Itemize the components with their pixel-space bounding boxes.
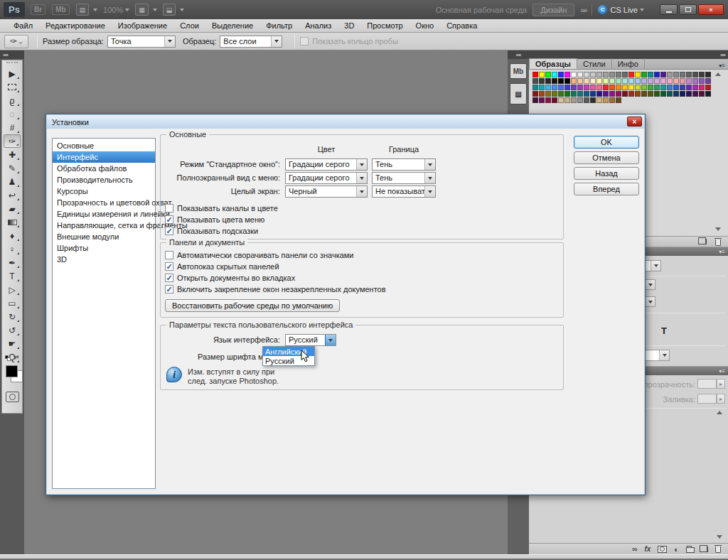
dropdown-arrow-icon[interactable] [356,159,367,170]
swatch-chip[interactable] [545,78,551,84]
screen-mode-icon[interactable]: ⬓ [163,4,176,16]
swatch-chip[interactable] [641,91,647,97]
rectangular-marquee-tool[interactable] [4,80,21,94]
bridge-button[interactable]: Br [31,4,46,15]
standard-window-border-select[interactable]: Тень [372,158,436,171]
swatch-chip[interactable] [577,97,583,103]
swatch-chip[interactable] [654,91,660,97]
swap-colors-icon[interactable]: ⇄ [14,354,19,360]
swatch-chip[interactable] [545,72,551,77]
section-3d[interactable]: 3D [53,254,155,265]
fullscreen-border-select[interactable]: Не показывать [372,185,436,198]
restore-workspaces-button[interactable]: Восстановить рабочие среды по умолчанию [165,299,340,312]
swatch-chip[interactable] [673,78,679,84]
swatch-chip[interactable] [648,85,653,90]
auto-collapse-panels-checkbox[interactable] [165,251,173,259]
brush-tool[interactable]: ✎ [4,161,21,175]
swatch-chip[interactable] [680,78,685,84]
dropdown-arrow-icon[interactable] [356,173,367,183]
cancel-button[interactable]: Отмена [574,151,639,164]
lasso-tool[interactable]: ϱ [4,94,21,107]
swatch-chip[interactable] [552,78,557,84]
swatch-chip[interactable] [590,72,596,77]
standard-window-color-select[interactable]: Градации серого [285,158,368,171]
prev-button[interactable]: Назад [574,167,639,180]
swatch-chip[interactable] [577,78,583,84]
swatch-chip[interactable] [686,85,692,90]
swatch-chip[interactable] [558,85,564,90]
swatch-chip[interactable] [564,72,570,77]
section-type[interactable]: Шрифты [53,242,155,254]
swatch-chip[interactable] [660,78,666,84]
current-tool-button[interactable]: ✑ [4,35,28,48]
icon-dock-collapse-bar[interactable]: «« [508,50,529,59]
type-tool[interactable]: T [4,269,21,283]
tab-styles[interactable]: Стили [577,58,612,69]
arrange-caret-icon[interactable] [153,9,157,11]
delete-layer-icon[interactable] [715,546,721,553]
section-file-handling[interactable]: Обработка файлов [53,163,155,174]
swatch-chip[interactable] [609,91,615,97]
swatch-chip[interactable] [622,78,628,84]
menu-analysis[interactable]: Анализ [299,19,338,33]
swatch-chip[interactable] [628,72,634,77]
swatch-chip[interactable] [699,91,705,97]
swatch-chip[interactable] [603,91,609,97]
sample-select[interactable]: Все слои [220,36,282,48]
foreground-color-swatch[interactable] [6,365,18,377]
tab-swatches[interactable]: Образцы [529,58,577,69]
open-documents-tabs-checkbox[interactable]: ✓ [165,274,173,282]
swatch-chip[interactable] [596,85,602,90]
fill-spinner-icon[interactable]: ▸ [717,394,725,404]
menu-3d[interactable]: 3D [338,19,360,33]
section-transparency-gamut[interactable]: Прозрачность и цветовой охват [53,197,155,208]
opacity-field[interactable] [697,379,717,389]
swatch-chip[interactable] [616,91,621,97]
fullscreen-menu-color-select[interactable]: Градации серого [285,172,368,184]
text-style-icon[interactable]: T [661,325,667,336]
swatch-chip[interactable] [539,97,545,103]
layers-scroll-down-icon[interactable] [717,535,722,539]
new-group-icon[interactable] [686,547,695,553]
swatch-chip[interactable] [571,78,577,84]
show-menu-colors-checkbox[interactable]: ✓ [165,215,173,224]
swatch-chip[interactable] [558,91,564,97]
layer-mask-icon[interactable] [658,546,667,553]
swatch-chip[interactable] [648,91,653,97]
layers-scroll-up-icon[interactable] [717,411,722,414]
swatch-chip[interactable] [577,85,583,90]
swatch-chip[interactable] [699,78,705,84]
collapsed-panel-button[interactable]: ▤ [510,83,527,104]
menu-view[interactable]: Просмотр [360,19,409,33]
dialog-close-button[interactable]: × [627,117,642,126]
default-colors-icon[interactable] [5,355,11,362]
swatch-chip[interactable] [571,72,577,77]
swatch-chip[interactable] [622,85,628,90]
swatch-chip[interactable] [622,72,628,77]
workspace-overflow-icon[interactable]: »» [580,6,586,14]
opacity-spinner-icon[interactable]: ▸ [717,379,725,389]
eraser-tool[interactable]: ▰ [4,202,21,215]
swatch-chip[interactable] [571,97,577,103]
ui-language-select[interactable]: Русский [285,334,336,346]
dialog-title-bar[interactable]: Установки [47,115,644,129]
swatch-chip[interactable] [660,72,666,77]
dropdown-arrow-icon[interactable] [356,186,367,197]
swatches-panel-menu-icon[interactable]: ▾≡ [719,63,725,69]
swatch-chip[interactable] [545,97,551,103]
tab-info[interactable]: Инфо [612,58,645,69]
swatch-chip[interactable] [596,97,602,103]
sample-size-dropdown-icon[interactable] [164,36,175,47]
next-button[interactable]: Вперед [574,183,639,195]
section-performance[interactable]: Производительность [53,174,155,185]
quick-selection-tool[interactable]: ◌ [4,107,21,121]
menu-file[interactable]: Файл [7,19,39,33]
fullscreen-menu-border-select[interactable]: Тень [372,172,436,184]
auto-show-hidden-panels-checkbox[interactable]: ✓ [165,262,173,271]
swatch-chip[interactable] [584,78,589,84]
adjustment-layer-icon[interactable]: ◐ [674,545,679,554]
mini-bridge-button[interactable]: Mb [52,4,69,15]
menu-window[interactable]: Окно [410,19,441,33]
character-panel-menu-icon[interactable]: ▾≡ [719,249,725,255]
swatch-chip[interactable] [654,72,660,77]
